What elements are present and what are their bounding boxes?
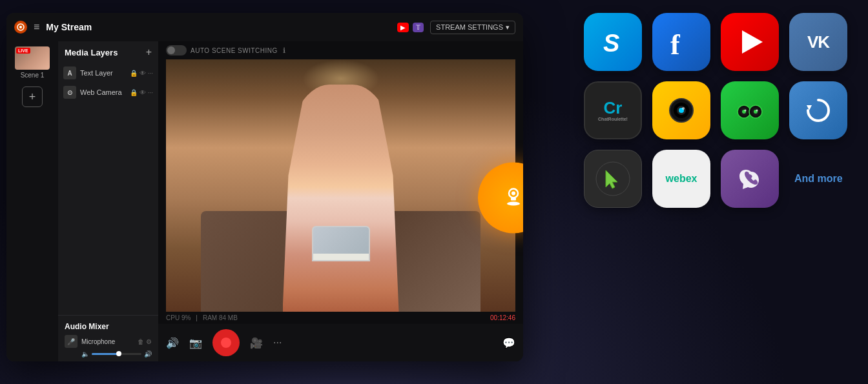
app-window: ≡ My Stream ▶ 𝕋 STREAM SETTINGS ▾ LIVE S… <box>6 13 523 361</box>
sidebar: LIVE Scene 1 + <box>6 41 58 361</box>
youtube-play-icon <box>742 30 763 54</box>
text-layer-name: Text Layer <box>80 69 126 77</box>
facebook-icon[interactable]: f <box>652 13 710 71</box>
add-layer-icon: + <box>146 46 152 57</box>
svg-text:f: f <box>670 29 681 60</box>
twitch-badge-icon: 𝕋 <box>416 24 420 31</box>
cr-subtext: ChatRoulette! <box>598 117 628 121</box>
svg-text:S: S <box>603 30 619 57</box>
stream-title: My Stream <box>46 22 391 32</box>
timer: 00:12:46 <box>490 314 515 321</box>
eye-icon: 👁 <box>140 70 146 77</box>
volume-slider[interactable] <box>92 353 141 355</box>
and-more-text: And more <box>789 173 843 185</box>
cpu-stat: CPU 9% <box>166 314 191 321</box>
ram-stat: RAM 84 MB <box>203 314 238 321</box>
volume-slider-row: 🔈 🔊 <box>65 350 152 358</box>
person-silhouette <box>283 85 399 312</box>
text-layer-item[interactable]: A Text Layer 🔒 👁 ··· <box>58 63 158 83</box>
qreate-icon[interactable] <box>652 81 710 139</box>
svg-point-12 <box>682 107 685 110</box>
hamburger-icon[interactable]: ≡ <box>34 21 39 33</box>
audio-delete-icon[interactable]: 🗑 <box>138 338 144 345</box>
layers-header: Media Layers + <box>58 41 158 63</box>
microphone-icon: 🎤 <box>65 335 78 348</box>
microphone-name: Microphone <box>81 338 134 345</box>
svg-point-19 <box>745 110 747 112</box>
volume-thumb <box>116 351 121 356</box>
audio-mixer-title: Audio Mixer <box>65 322 152 331</box>
vk-icon[interactable]: VK <box>789 13 847 71</box>
stream-settings-button[interactable]: STREAM SETTINGS ▾ <box>430 21 515 34</box>
main-content: LIVE Scene 1 + Media Layers + A Text Lay… <box>6 41 523 361</box>
apps-row-2: Cr ChatRoulette! <box>584 81 855 139</box>
apps-grid: S f VK Cr ChatRoulette! <box>577 6 862 378</box>
webcam-circle-icon <box>501 183 523 213</box>
camfrog-icon[interactable] <box>721 81 779 139</box>
webcam-more-icon[interactable]: ··· <box>148 89 153 96</box>
record-inner <box>221 338 231 348</box>
volume-ctrl-button[interactable]: 🔊 <box>166 337 179 349</box>
webcam-eye-icon: 👁 <box>140 89 146 96</box>
webex-icon[interactable]: webex <box>652 150 710 208</box>
webcam-layer-item[interactable]: ⊙ Web Camera 🔒 👁 ··· <box>58 83 158 102</box>
apps-row-3: webex And more <box>584 150 855 208</box>
chevron-down-icon: ▾ <box>506 23 510 32</box>
add-layer-button[interactable]: + <box>146 46 152 58</box>
svg-point-3 <box>512 191 515 195</box>
toggle-track[interactable] <box>166 45 187 56</box>
top-bar: ≡ My Stream ▶ 𝕋 STREAM SETTINGS ▾ <box>6 13 523 41</box>
auto-switch-label: AUTO SCENE SWITCHING <box>191 47 278 54</box>
viber-icon[interactable] <box>721 150 779 208</box>
camera-button[interactable]: 🎥 <box>250 337 263 349</box>
preview-controls: 🔊 📷 🎥 ··· 💬 <box>158 324 523 361</box>
webcam-layer-actions: 🔒 👁 ··· <box>130 89 153 96</box>
snapshot-button[interactable]: 📷 <box>189 337 202 349</box>
blue-app-icon[interactable] <box>789 81 847 139</box>
volume-high-icon: 🔊 <box>144 350 152 358</box>
live-badge: LIVE <box>16 48 30 54</box>
youtube-badge-icon: ▶ <box>400 24 406 31</box>
more-button[interactable]: ··· <box>273 337 282 349</box>
youtube-icon[interactable] <box>721 13 779 71</box>
text-layer-icon: A <box>63 66 76 79</box>
preview-video <box>166 59 515 312</box>
chatroulette-icon[interactable]: Cr ChatRoulette! <box>584 81 642 139</box>
webcam-layer-name: Web Camera <box>80 88 126 96</box>
apps-row-1: S f VK <box>584 13 855 71</box>
twitch-badge[interactable]: 𝕋 <box>413 23 424 32</box>
scene-item[interactable]: LIVE Scene 1 <box>13 46 52 79</box>
webcam-lock-icon: 🔒 <box>130 89 138 96</box>
add-scene-icon: + <box>29 90 36 104</box>
manycam-icon[interactable] <box>584 150 642 208</box>
webex-text: webex <box>666 173 698 185</box>
record-button[interactable] <box>212 329 240 356</box>
auto-switch-toggle[interactable]: AUTO SCENE SWITCHING <box>166 45 278 56</box>
platform-icons: ▶ 𝕋 <box>397 23 424 32</box>
preview-stats: CPU 9% | RAM 84 MB 00:12:46 <box>158 312 523 324</box>
add-scene-button[interactable]: + <box>22 86 43 107</box>
info-icon: ℹ <box>283 46 285 55</box>
vk-logo-text: VK <box>807 32 829 52</box>
stream-settings-label: STREAM SETTINGS <box>436 23 503 31</box>
scene-label: Scene 1 <box>21 72 45 79</box>
lock-icon: 🔒 <box>130 70 138 77</box>
layers-title: Media Layers <box>65 48 118 57</box>
youtube-badge[interactable]: ▶ <box>397 23 409 32</box>
svg-point-5 <box>507 201 520 205</box>
chat-button[interactable]: 💬 <box>502 337 515 349</box>
volume-fill <box>92 353 119 355</box>
skype-icon[interactable]: S <box>584 13 642 71</box>
volume-low-icon: 🔈 <box>81 350 89 358</box>
video-background <box>166 59 515 312</box>
webcam-layer-icon: ⊙ <box>63 86 76 99</box>
more-icon[interactable]: ··· <box>148 70 153 77</box>
audio-mixer: Audio Mixer 🎤 Microphone 🗑 ⚙ 🔈 🔊 <box>58 318 158 361</box>
laptop <box>312 226 370 261</box>
preview-toolbar: AUTO SCENE SWITCHING ℹ <box>158 41 523 59</box>
svg-rect-4 <box>511 197 516 200</box>
audio-settings-icon[interactable]: ⚙ <box>146 338 152 345</box>
svg-point-20 <box>756 110 758 112</box>
audio-track: 🎤 Microphone 🗑 ⚙ <box>65 335 152 348</box>
separator: | <box>196 314 198 321</box>
